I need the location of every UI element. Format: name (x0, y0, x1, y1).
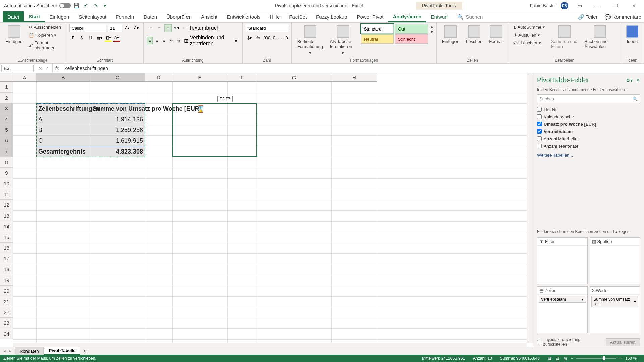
tab-review[interactable]: Überprüfen (162, 11, 196, 22)
row-header-3[interactable]: 3 (0, 103, 13, 114)
tab-help[interactable]: Hilfe (265, 11, 284, 22)
format-as-table-button[interactable]: Als Tabelle formatieren▾ (328, 24, 358, 57)
row-header-22[interactable]: 22 (0, 307, 13, 318)
col-header-A[interactable]: A (13, 73, 36, 82)
border-button[interactable]: ▦▾ (96, 34, 103, 42)
pane-close-icon[interactable]: ✕ (636, 78, 640, 83)
view-normal-icon[interactable]: ▦ (544, 356, 555, 361)
area-value-item[interactable]: Summe von Umsatz p...▾ (591, 296, 639, 307)
row-header-7[interactable]: 7 (0, 146, 13, 157)
tab-formulas[interactable]: Formeln (111, 11, 139, 22)
field-item[interactable]: Umsatz pro Woche [EUR] (537, 120, 640, 128)
add-sheet-icon[interactable]: ⊕ (80, 348, 91, 353)
minimize-icon[interactable]: — (591, 1, 604, 11)
fx-icon[interactable]: fx (53, 66, 62, 71)
tab-insert[interactable]: Einfügen (45, 11, 74, 22)
delete-cells-button[interactable]: Löschen (464, 24, 484, 45)
zoom-out-icon[interactable]: − (571, 356, 573, 361)
tab-analyze[interactable]: Analysieren (388, 11, 426, 22)
field-item[interactable]: Anzahl Telefonate (537, 142, 640, 150)
row-header-18[interactable]: 18 (0, 264, 13, 275)
formula-input[interactable]: Zeilenbeschriftungen (62, 66, 644, 71)
avatar[interactable]: FB (561, 2, 568, 9)
align-left-icon[interactable]: ≡ (147, 37, 153, 44)
orientation-icon[interactable]: ⟲▾ (173, 24, 180, 32)
field-search[interactable]: Suchen 🔍 (537, 94, 640, 103)
row-header-6[interactable]: 6 (0, 135, 13, 146)
row-header-24[interactable]: 24 (0, 328, 13, 339)
share-button[interactable]: 🔗 Teilen (578, 14, 599, 20)
decrease-decimal-icon[interactable]: ←.0 (281, 34, 288, 42)
paste-button[interactable]: Einfügen (3, 24, 24, 45)
tab-file[interactable]: Datei (3, 11, 24, 22)
align-right-icon[interactable]: ≡ (161, 37, 167, 44)
number-format-select[interactable]: Standard (246, 24, 288, 32)
font-color-button[interactable]: A▾ (113, 34, 120, 42)
merge-button[interactable]: ⊞ Verbinden und zentrieren ▾ (183, 34, 239, 47)
font-size-select[interactable]: 11 (108, 24, 122, 32)
tab-factset[interactable]: FactSet (284, 11, 311, 22)
row-header-5[interactable]: 5 (0, 125, 13, 135)
col-header-E[interactable]: E (172, 73, 227, 82)
tab-fuzzy[interactable]: Fuzzy Lookup (311, 11, 352, 22)
format-cells-button[interactable]: Format (487, 24, 505, 45)
style-neutral[interactable]: Neutral (361, 34, 394, 44)
update-button[interactable]: Aktualisieren (606, 338, 640, 346)
area-columns[interactable]: ▥Spalten (590, 237, 640, 284)
bold-button[interactable]: F (69, 34, 77, 42)
name-box[interactable]: B3 (1, 65, 34, 72)
worksheet-grid[interactable]: ABCDEFGH 1234567891011121314151617181920… (0, 73, 533, 349)
col-header-D[interactable]: D (145, 73, 172, 82)
area-filter[interactable]: ▼Filter (537, 237, 588, 284)
copy-button[interactable]: 📋 Kopieren ▾ (27, 32, 62, 38)
col-header-G[interactable]: G (257, 73, 331, 82)
view-pagebreak-icon[interactable]: ▧ (559, 356, 571, 361)
align-center-icon[interactable]: ≡ (154, 37, 160, 44)
row-header-11[interactable]: 11 (0, 189, 13, 200)
indent-decrease-icon[interactable]: ⇤ (168, 37, 174, 44)
field-checkbox[interactable] (537, 144, 542, 148)
styles-more-icon[interactable]: ▴▾ (431, 24, 433, 34)
area-values[interactable]: ΣWerte Summe von Umsatz p...▾ (590, 286, 640, 333)
redo-icon[interactable]: ↷ (92, 2, 99, 9)
view-pagelayout-icon[interactable]: ▤ (555, 356, 559, 361)
row-header-21[interactable]: 21 (0, 296, 13, 307)
ideas-button[interactable]: Ideen (624, 24, 640, 45)
col-header-B[interactable]: B (36, 73, 91, 82)
row-header-12[interactable]: 12 (0, 200, 13, 210)
row-header-1[interactable]: 1 (0, 82, 13, 93)
vertical-scrollbar[interactable] (527, 73, 533, 343)
tab-powerpivot[interactable]: Power Pivot (352, 11, 388, 22)
field-item[interactable]: Kalenderwoche (537, 113, 640, 120)
area-rows[interactable]: ▤Zeilen Vertriebsteam▾ (537, 286, 588, 333)
row-header-20[interactable]: 20 (0, 286, 13, 296)
tab-design[interactable]: Entwurf (426, 11, 453, 22)
field-item[interactable]: Anzahl Mitarbeiter (537, 135, 640, 142)
field-checkbox[interactable] (537, 136, 542, 141)
italic-button[interactable]: K (78, 34, 86, 42)
row-header-15[interactable]: 15 (0, 232, 13, 243)
align-top-icon[interactable]: ≡ (147, 24, 154, 32)
increase-font-icon[interactable]: A▴ (124, 24, 131, 32)
col-header-C[interactable]: C (91, 73, 145, 82)
col-header-H[interactable]: H (331, 73, 377, 82)
zoom-level[interactable]: 160 % (621, 356, 641, 361)
ribbon-display-icon[interactable]: ▭ (573, 1, 586, 11)
toggle-switch[interactable] (59, 3, 71, 8)
row-header-2[interactable]: 2 (0, 93, 13, 103)
sheet-tab-pivot[interactable]: Pivot-Tabelle (44, 347, 80, 355)
style-standard[interactable]: Standard (361, 24, 394, 34)
wrap-text-button[interactable]: ↩ Textumbruch (182, 24, 221, 32)
row-header-13[interactable]: 13 (0, 210, 13, 221)
tab-pagelayout[interactable]: Seitenlayout (74, 11, 111, 22)
more-tables-link[interactable]: Weitere Tabellen... (533, 150, 644, 160)
area-row-item[interactable]: Vertriebsteam▾ (539, 296, 586, 303)
percent-icon[interactable]: % (255, 34, 262, 42)
indent-increase-icon[interactable]: ⇥ (175, 37, 181, 44)
thousands-icon[interactable]: 000 (263, 34, 271, 42)
increase-decimal-icon[interactable]: .0→ (272, 34, 279, 42)
col-header-F[interactable]: F (227, 73, 257, 82)
tab-view[interactable]: Ansicht (196, 11, 222, 22)
insert-cells-button[interactable]: Einfügen (440, 24, 461, 45)
cancel-formula-icon[interactable]: ✕ (38, 66, 42, 71)
